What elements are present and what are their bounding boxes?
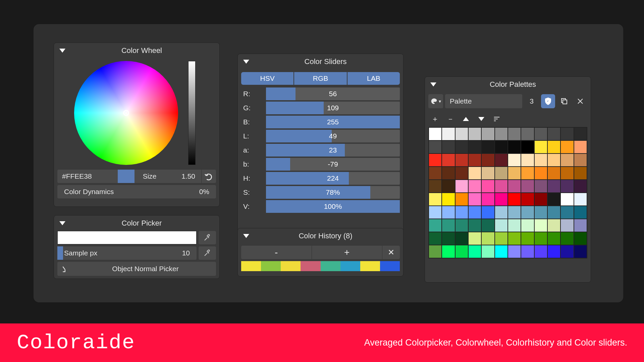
- palette-swatch[interactable]: [481, 167, 494, 180]
- palette-swatch[interactable]: [560, 219, 574, 232]
- palette-swatch[interactable]: [521, 180, 534, 193]
- palette-swatch[interactable]: [495, 127, 508, 140]
- palette-verified-button[interactable]: [541, 94, 555, 108]
- slider-track[interactable]: 56: [266, 87, 400, 100]
- palette-swatch[interactable]: [508, 154, 521, 167]
- collapse-icon[interactable]: [59, 221, 65, 225]
- palette-swatch[interactable]: [508, 167, 521, 180]
- palette-swatch[interactable]: [495, 140, 508, 154]
- secondary-color-swatch[interactable]: [127, 231, 197, 244]
- palette-swatch[interactable]: [468, 140, 481, 154]
- palette-swatch[interactable]: [442, 140, 455, 154]
- palette-swatch[interactable]: [442, 127, 455, 140]
- palette-swatch[interactable]: [547, 180, 560, 193]
- palette-swatch[interactable]: [521, 193, 534, 206]
- slider-track[interactable]: 224: [266, 172, 400, 185]
- palette-swatch[interactable]: [574, 180, 587, 193]
- palette-swatch[interactable]: [481, 245, 494, 258]
- palette-swatch[interactable]: [429, 232, 442, 245]
- palette-swatch[interactable]: [560, 245, 574, 258]
- palette-swatch[interactable]: [560, 232, 574, 245]
- palette-swatch[interactable]: [468, 245, 481, 258]
- palette-swatch[interactable]: [534, 140, 547, 154]
- palette-swatch[interactable]: [534, 127, 547, 140]
- palette-swatch[interactable]: [442, 219, 455, 232]
- palette-swatch[interactable]: [495, 167, 508, 180]
- palette-swatch[interactable]: [455, 154, 468, 167]
- palette-swatch[interactable]: [574, 245, 587, 258]
- slider-track[interactable]: 109: [266, 102, 400, 114]
- palette-swatch[interactable]: [560, 127, 574, 140]
- palette-name-field[interactable]: Palette: [445, 94, 522, 108]
- palette-swatch[interactable]: [442, 167, 455, 180]
- palette-swatch[interactable]: [521, 167, 534, 180]
- color-preview[interactable]: [57, 231, 197, 244]
- palette-swatch[interactable]: [468, 180, 481, 193]
- palette-swatch[interactable]: [508, 127, 521, 140]
- palette-swatch[interactable]: [560, 206, 574, 219]
- primary-color-swatch[interactable]: [58, 231, 127, 244]
- history-swatch[interactable]: [241, 261, 261, 271]
- history-swatch[interactable]: [281, 261, 301, 271]
- palette-swatch[interactable]: [508, 232, 521, 245]
- palette-delete-button[interactable]: [573, 94, 587, 108]
- collapse-icon[interactable]: [243, 234, 249, 238]
- add-swatch-button[interactable]: ＋: [428, 113, 442, 125]
- palette-swatch[interactable]: [521, 245, 534, 258]
- palette-swatch[interactable]: [481, 154, 494, 167]
- palette-swatch[interactable]: [547, 154, 560, 167]
- palette-swatch[interactable]: [521, 154, 534, 167]
- palette-swatch[interactable]: [468, 193, 481, 206]
- slider-track[interactable]: 100%: [266, 200, 400, 213]
- palette-swatch[interactable]: [547, 193, 560, 206]
- palette-swatch[interactable]: [495, 154, 508, 167]
- palette-swatch[interactable]: [534, 232, 547, 245]
- palette-swatch[interactable]: [574, 127, 587, 140]
- palette-swatch[interactable]: [534, 167, 547, 180]
- palette-swatch[interactable]: [574, 154, 587, 167]
- palette-swatch[interactable]: [495, 180, 508, 193]
- palette-swatch[interactable]: [508, 140, 521, 154]
- palette-swatch[interactable]: [481, 193, 494, 206]
- history-clear-button[interactable]: ✕: [382, 248, 400, 257]
- slider-track[interactable]: -79: [266, 158, 400, 171]
- sort-swatches-button[interactable]: [490, 113, 503, 125]
- palette-swatch[interactable]: [560, 180, 574, 193]
- palette-swatch[interactable]: [547, 127, 560, 140]
- remove-swatch-button[interactable]: －: [444, 113, 457, 125]
- hex-field[interactable]: #FFEE38: [57, 172, 118, 180]
- palette-swatch[interactable]: [574, 219, 587, 232]
- palette-swatch[interactable]: [455, 127, 468, 140]
- collapse-icon[interactable]: [59, 49, 65, 53]
- palette-columns-field[interactable]: 3: [524, 94, 539, 108]
- slider-track[interactable]: 255: [266, 116, 400, 128]
- palette-swatch[interactable]: [521, 127, 534, 140]
- palette-swatch[interactable]: [442, 206, 455, 219]
- palette-swatch[interactable]: [442, 232, 455, 245]
- palette-swatch[interactable]: [468, 154, 481, 167]
- palette-swatch[interactable]: [455, 193, 468, 206]
- palette-swatch[interactable]: [508, 193, 521, 206]
- palette-swatch[interactable]: [455, 206, 468, 219]
- history-decrease-button[interactable]: -: [241, 246, 312, 259]
- palette-swatch[interactable]: [495, 232, 508, 245]
- palette-swatch[interactable]: [481, 232, 494, 245]
- tab-hsv[interactable]: HSV: [241, 72, 293, 85]
- history-swatch[interactable]: [340, 261, 360, 271]
- history-swatch[interactable]: [321, 261, 340, 271]
- value-slider[interactable]: [188, 61, 196, 165]
- palette-swatch[interactable]: [547, 167, 560, 180]
- palette-swatch[interactable]: [521, 140, 534, 154]
- palette-swatch[interactable]: [574, 232, 587, 245]
- sample-px-slider[interactable]: Sample px 10: [57, 246, 197, 260]
- history-swatch[interactable]: [360, 261, 380, 271]
- palette-swatch[interactable]: [429, 154, 442, 167]
- palette-swatch[interactable]: [534, 154, 547, 167]
- palette-swatch[interactable]: [521, 206, 534, 219]
- palette-swatch[interactable]: [429, 206, 442, 219]
- reset-button[interactable]: [201, 170, 216, 183]
- palette-swatch[interactable]: [534, 193, 547, 206]
- palette-swatch[interactable]: [521, 232, 534, 245]
- palette-swatch[interactable]: [574, 193, 587, 206]
- palette-swatch[interactable]: [574, 167, 587, 180]
